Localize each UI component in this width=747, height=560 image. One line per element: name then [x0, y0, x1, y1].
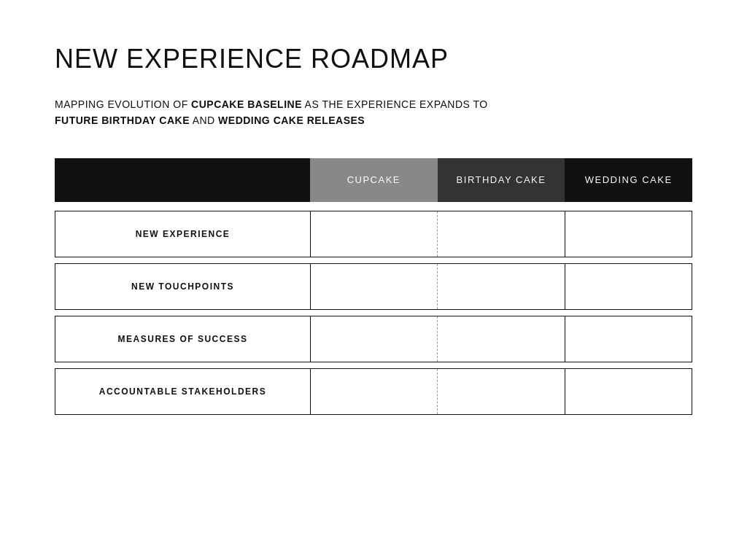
- header-cupcake: CUPCAKE: [310, 158, 438, 202]
- row-cell-stakeholders-birthday[interactable]: [438, 369, 565, 414]
- subtitle-bold1: CUPCAKE BASELINE: [191, 98, 302, 110]
- header-birthday: BIRTHDAY CAKE: [438, 158, 565, 202]
- page-title: NEW EXPERIENCE ROADMAP: [55, 44, 692, 74]
- header-label-col: [55, 158, 310, 202]
- table-row: NEW EXPERIENCE: [55, 211, 692, 257]
- table-row: ACCOUNTABLE STAKEHOLDERS: [55, 368, 692, 415]
- subtitle-prefix: MAPPING EVOLUTION OF: [55, 98, 191, 110]
- row-label-accountable-stakeholders: ACCOUNTABLE STAKEHOLDERS: [55, 369, 311, 414]
- subtitle-and: AND: [190, 114, 218, 126]
- row-cell-measures-birthday[interactable]: [438, 316, 565, 362]
- row-label-new-experience: NEW EXPERIENCE: [55, 211, 311, 257]
- row-cell-stakeholders-cupcake[interactable]: [311, 369, 438, 414]
- roadmap-body: NEW EXPERIENCE NEW TOUCHPOINTS MEASURES …: [55, 211, 692, 415]
- table-row: NEW TOUCHPOINTS: [55, 263, 692, 310]
- subtitle-bold3: WEDDING CAKE RELEASES: [218, 114, 365, 126]
- row-cell-new-experience-cupcake[interactable]: [311, 211, 438, 257]
- row-cell-new-experience-wedding[interactable]: [565, 211, 692, 257]
- table-row: MEASURES OF SUCCESS: [55, 316, 692, 362]
- page-container: NEW EXPERIENCE ROADMAP MAPPING EVOLUTION…: [0, 0, 747, 464]
- row-cell-new-touchpoints-birthday[interactable]: [438, 264, 565, 309]
- row-cell-new-touchpoints-wedding[interactable]: [565, 264, 692, 309]
- row-cell-stakeholders-wedding[interactable]: [565, 369, 692, 414]
- row-cell-new-experience-birthday[interactable]: [438, 211, 565, 257]
- subtitle-middle: AS THE EXPERIENCE EXPANDS TO: [302, 98, 488, 110]
- header-wedding: WEDDING CAKE: [565, 158, 692, 202]
- subtitle: MAPPING EVOLUTION OF CUPCAKE BASELINE AS…: [55, 96, 692, 129]
- row-label-new-touchpoints: NEW TOUCHPOINTS: [55, 264, 311, 309]
- subtitle-bold2: FUTURE BIRTHDAY CAKE: [55, 114, 190, 126]
- row-cell-measures-wedding[interactable]: [565, 316, 692, 362]
- row-label-measures-of-success: MEASURES OF SUCCESS: [55, 316, 311, 362]
- roadmap-header: CUPCAKE BIRTHDAY CAKE WEDDING CAKE: [55, 158, 692, 202]
- row-cell-measures-cupcake[interactable]: [311, 316, 438, 362]
- row-cell-new-touchpoints-cupcake[interactable]: [311, 264, 438, 309]
